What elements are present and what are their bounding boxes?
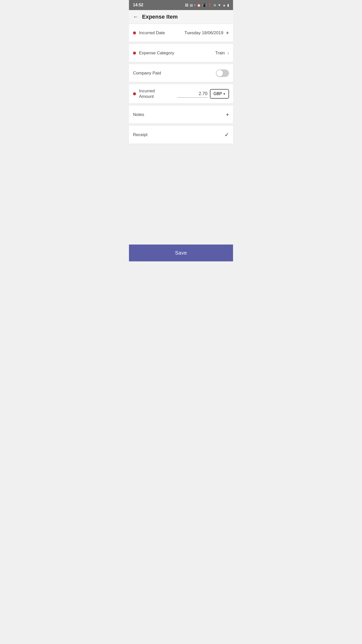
message-icon: ▤ (190, 3, 193, 7)
divider-1 (129, 42, 233, 44)
receipt-check-icon: ✓ (224, 132, 229, 138)
receipt-row[interactable]: Receipt ✓ (129, 126, 233, 144)
divider-5 (129, 124, 233, 126)
divider-4 (129, 104, 233, 106)
incurred-amount-label: Incurred Amount (139, 89, 155, 99)
amount-input[interactable] (177, 90, 207, 98)
currency-label: GBP (213, 92, 222, 96)
incurred-date-add-icon[interactable]: + (226, 30, 229, 36)
expense-category-left: Expense Category (133, 51, 174, 56)
expense-category-value: Train (215, 51, 225, 56)
incurred-amount-row: Incurred Amount GBP ▼ (129, 84, 233, 104)
status-bar: 14:52 🖼 ▤ • ⏰ 📳 📍 ⊖ ▼ ▲ ▮ (129, 0, 233, 10)
wifi-icon: ▼ (218, 3, 221, 7)
expense-category-label: Expense Category (139, 51, 174, 56)
receipt-left: Receipt (133, 132, 148, 137)
battery-icon: ▮ (227, 3, 229, 7)
expense-category-right: Train › (215, 50, 229, 56)
incurred-amount-label-container: Incurred Amount (139, 88, 155, 99)
dot-icon: • (194, 3, 196, 7)
company-paid-label: Company Paid (133, 71, 161, 76)
incurred-date-label: Incurred Date (139, 30, 165, 35)
required-dot-amount (133, 92, 136, 95)
vibrate-icon: 📳 (202, 3, 206, 7)
status-icons: 🖼 ▤ • ⏰ 📳 📍 ⊖ ▼ ▲ ▮ (185, 3, 229, 7)
incurred-date-right: Tuesday 18/06/2019 + (185, 30, 229, 36)
notes-left: Notes (133, 112, 144, 117)
location-icon: 📍 (208, 3, 212, 7)
notes-label: Notes (133, 112, 144, 117)
back-button[interactable]: ← (133, 14, 139, 20)
divider-3 (129, 82, 233, 84)
notes-row[interactable]: Notes + (129, 106, 233, 124)
required-dot-category (133, 52, 136, 55)
content-area: Incurred Date Tuesday 18/06/2019 + Expen… (129, 24, 233, 261)
required-dot-date (133, 31, 136, 34)
signal-icon: ▲ (222, 3, 226, 7)
company-paid-toggle[interactable] (216, 69, 229, 77)
status-time: 14:52 (133, 3, 143, 7)
dnd-icon: ⊖ (213, 3, 216, 7)
incurred-amount-left: Incurred Amount (133, 88, 155, 99)
page-title: Expense Item (142, 14, 178, 20)
expense-category-row[interactable]: Expense Category Train › (129, 44, 233, 62)
notes-add-icon[interactable]: + (226, 111, 229, 118)
save-button[interactable]: Save (129, 245, 233, 261)
receipt-label: Receipt (133, 132, 148, 137)
chevron-right-icon[interactable]: › (227, 50, 229, 56)
divider-2 (129, 62, 233, 64)
incurred-date-row[interactable]: Incurred Date Tuesday 18/06/2019 + (129, 24, 233, 42)
currency-dropdown-icon: ▼ (223, 93, 225, 95)
toggle-slider (216, 69, 229, 77)
header: ← Expense Item (129, 10, 233, 24)
incurred-date-left: Incurred Date (133, 30, 165, 35)
gallery-icon: 🖼 (185, 3, 188, 7)
company-paid-left: Company Paid (133, 71, 161, 76)
alarm-icon: ⏰ (197, 3, 201, 7)
empty-area (129, 144, 233, 245)
amount-input-container: GBP ▼ (177, 89, 229, 99)
company-paid-row: Company Paid (129, 64, 233, 82)
incurred-date-value: Tuesday 18/06/2019 (185, 30, 223, 35)
currency-selector[interactable]: GBP ▼ (210, 89, 229, 99)
